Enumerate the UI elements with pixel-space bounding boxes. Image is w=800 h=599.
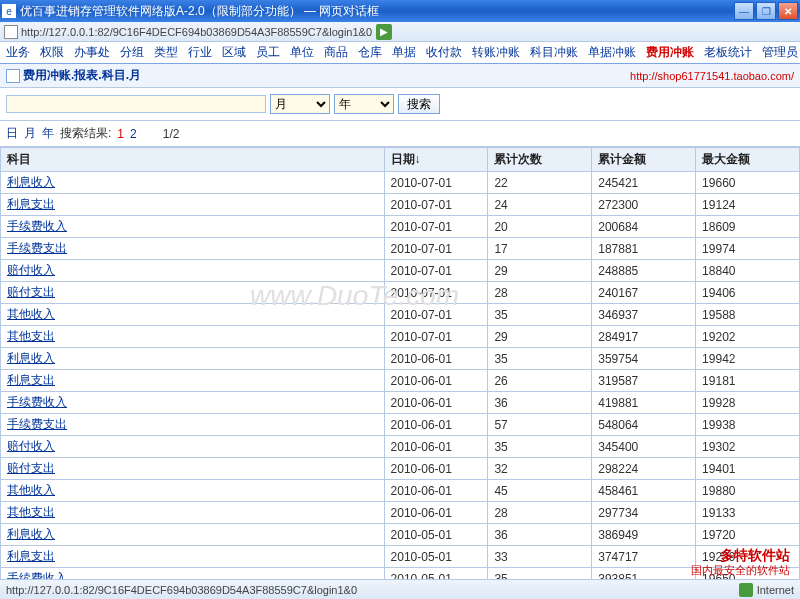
cell-max: 19302	[696, 436, 800, 458]
menu-item-7[interactable]: 员工	[256, 44, 280, 61]
cell-subject[interactable]: 其他收入	[1, 304, 385, 326]
cell-sum: 284917	[592, 326, 696, 348]
page-2[interactable]: 2	[130, 127, 137, 141]
cell-max: 19133	[696, 502, 800, 524]
filter-year[interactable]: 年	[42, 125, 54, 142]
th-date[interactable]: 日期↓	[384, 148, 488, 172]
cell-subject[interactable]: 利息支出	[1, 370, 385, 392]
cell-count: 36	[488, 524, 592, 546]
menu-item-17[interactable]: 老板统计	[704, 44, 752, 61]
menu-item-14[interactable]: 科目冲账	[530, 44, 578, 61]
menu-item-8[interactable]: 单位	[290, 44, 314, 61]
cell-subject[interactable]: 手续费收入	[1, 392, 385, 414]
th-max[interactable]: 最大金额	[696, 148, 800, 172]
menu-item-4[interactable]: 类型	[154, 44, 178, 61]
th-count[interactable]: 累计次数	[488, 148, 592, 172]
cell-subject[interactable]: 其他支出	[1, 502, 385, 524]
cell-count: 26	[488, 370, 592, 392]
table-row: 利息支出2010-07-012427230019124	[1, 194, 800, 216]
cell-max: 19720	[696, 524, 800, 546]
cell-count: 29	[488, 326, 592, 348]
cell-max: 19942	[696, 348, 800, 370]
cell-subject[interactable]: 利息收入	[1, 172, 385, 194]
cell-subject[interactable]: 手续费支出	[1, 414, 385, 436]
cell-count: 29	[488, 260, 592, 282]
document-icon	[6, 69, 20, 83]
cell-date: 2010-07-01	[384, 238, 488, 260]
cell-date: 2010-07-01	[384, 194, 488, 216]
cell-subject[interactable]: 利息支出	[1, 194, 385, 216]
month-select[interactable]: 月	[270, 94, 330, 114]
cell-date: 2010-06-01	[384, 348, 488, 370]
menu-item-16[interactable]: 费用冲账	[646, 44, 694, 61]
cell-date: 2010-07-01	[384, 172, 488, 194]
cell-subject[interactable]: 利息收入	[1, 524, 385, 546]
cell-sum: 548064	[592, 414, 696, 436]
cell-max: 19202	[696, 326, 800, 348]
cell-date: 2010-05-01	[384, 546, 488, 568]
table-row: 利息收入2010-07-012224542119660	[1, 172, 800, 194]
sub-header: 费用冲账.报表.科目.月 http://shop61771541.taobao.…	[0, 64, 800, 88]
menu-item-13[interactable]: 转账冲账	[472, 44, 520, 61]
cell-subject[interactable]: 赔付收入	[1, 260, 385, 282]
menu-item-11[interactable]: 单据	[392, 44, 416, 61]
menu-item-12[interactable]: 收付款	[426, 44, 462, 61]
cell-max: 19181	[696, 370, 800, 392]
menu-item-2[interactable]: 办事处	[74, 44, 110, 61]
menu-item-1[interactable]: 权限	[40, 44, 64, 61]
cell-date: 2010-06-01	[384, 458, 488, 480]
table-row: 赔付支出2010-06-013229822419401	[1, 458, 800, 480]
cell-count: 35	[488, 304, 592, 326]
search-button[interactable]: 搜索	[398, 94, 440, 114]
cell-count: 35	[488, 348, 592, 370]
menu-item-15[interactable]: 单据冲账	[588, 44, 636, 61]
address-url[interactable]: http://127.0.0.1:82/9C16F4DECF694b03869D…	[21, 26, 372, 38]
table-container: 科目 日期↓ 累计次数 累计金额 最大金额 利息收入2010-07-012224…	[0, 147, 800, 595]
cell-sum: 359754	[592, 348, 696, 370]
cell-subject[interactable]: 手续费收入	[1, 216, 385, 238]
cell-date: 2010-06-01	[384, 436, 488, 458]
cell-subject[interactable]: 利息收入	[1, 348, 385, 370]
th-subject[interactable]: 科目	[1, 148, 385, 172]
cell-max: 19588	[696, 304, 800, 326]
cell-date: 2010-07-01	[384, 282, 488, 304]
th-sum[interactable]: 累计金额	[592, 148, 696, 172]
menu-item-5[interactable]: 行业	[188, 44, 212, 61]
page-1[interactable]: 1	[117, 127, 124, 141]
cell-max: 19401	[696, 458, 800, 480]
cell-sum: 374717	[592, 546, 696, 568]
maximize-button[interactable]: ❐	[756, 2, 776, 20]
shop-link[interactable]: http://shop61771541.taobao.com/	[630, 70, 794, 82]
menu-item-18[interactable]: 管理员	[762, 44, 798, 61]
year-select[interactable]: 年	[334, 94, 394, 114]
menu-item-6[interactable]: 区域	[222, 44, 246, 61]
cell-sum: 346937	[592, 304, 696, 326]
filter-month[interactable]: 月	[24, 125, 36, 142]
cell-date: 2010-05-01	[384, 524, 488, 546]
table-row: 手续费收入2010-06-013641988119928	[1, 392, 800, 414]
cell-subject[interactable]: 赔付支出	[1, 458, 385, 480]
menu-item-10[interactable]: 仓库	[358, 44, 382, 61]
table-row: 利息收入2010-06-013535975419942	[1, 348, 800, 370]
menu-item-3[interactable]: 分组	[120, 44, 144, 61]
cell-max: 19938	[696, 414, 800, 436]
cell-sum: 248885	[592, 260, 696, 282]
cell-sum: 200684	[592, 216, 696, 238]
close-button[interactable]: ✕	[778, 2, 798, 20]
search-input[interactable]	[6, 95, 266, 113]
menu-item-9[interactable]: 商品	[324, 44, 348, 61]
cell-count: 28	[488, 282, 592, 304]
minimize-button[interactable]: —	[734, 2, 754, 20]
cell-subject[interactable]: 手续费支出	[1, 238, 385, 260]
cell-subject[interactable]: 赔付支出	[1, 282, 385, 304]
filter-day[interactable]: 日	[6, 125, 18, 142]
menu-item-0[interactable]: 业务	[6, 44, 30, 61]
cell-subject[interactable]: 利息支出	[1, 546, 385, 568]
cell-date: 2010-07-01	[384, 326, 488, 348]
go-icon[interactable]: ▶	[376, 24, 392, 40]
cell-subject[interactable]: 赔付收入	[1, 436, 385, 458]
cell-subject[interactable]: 其他支出	[1, 326, 385, 348]
cell-date: 2010-06-01	[384, 392, 488, 414]
cell-subject[interactable]: 其他收入	[1, 480, 385, 502]
cell-count: 28	[488, 502, 592, 524]
